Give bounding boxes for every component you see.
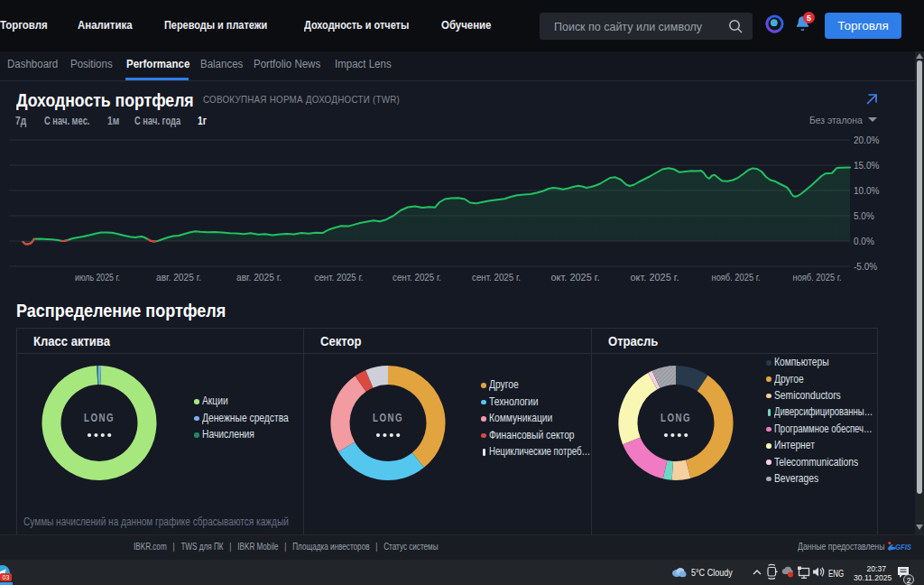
svg-text:окт. 2025 г.: окт. 2025 г. [631,273,679,283]
svg-text:нояб. 2025 г.: нояб. 2025 г. [712,273,761,283]
svg-text:10.0%: 10.0% [854,186,879,196]
svg-text:LONG: LONG [661,411,691,424]
svg-text:20.0%: 20.0% [854,135,879,145]
svg-text:авг. 2025 г.: авг. 2025 г. [156,273,201,283]
svg-text:сент. 2025 г.: сент. 2025 г. [315,273,364,283]
svg-text:5.0%: 5.0% [854,211,874,221]
svg-text:сент. 2025 г.: сент. 2025 г. [472,273,521,283]
svg-text:0.0%: 0.0% [854,237,874,246]
svg-text:-5.0%: -5.0% [854,262,877,272]
svg-text:15.0%: 15.0% [854,161,879,171]
svg-text:GFIS: GFIS [895,542,912,552]
svg-text:окт. 2025 г.: окт. 2025 г. [551,273,600,283]
svg-text:LONG: LONG [373,411,403,424]
svg-text:LONG: LONG [84,411,115,424]
svg-text:авг. 2025 г.: авг. 2025 г. [236,273,282,283]
svg-text:сент. 2025 г.: сент. 2025 г. [393,273,441,283]
svg-text:июль 2025 г.: июль 2025 г. [75,273,120,283]
svg-text:нояб. 2025 г.: нояб. 2025 г. [793,273,842,283]
